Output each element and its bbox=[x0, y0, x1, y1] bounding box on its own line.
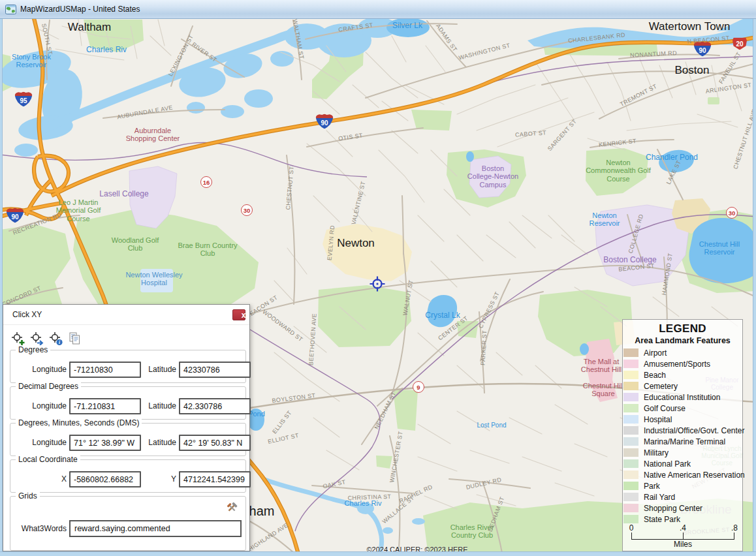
legend-panel: LEGEND Area Landmark Features AirportAmu… bbox=[622, 319, 743, 551]
legend-item: Marina/Marine Terminal bbox=[623, 436, 742, 447]
latitude-label: Latitude bbox=[142, 365, 176, 374]
copy-icon bbox=[67, 331, 82, 346]
x-label: X bbox=[13, 474, 67, 484]
legend-swatch bbox=[623, 504, 638, 512]
add-point-button[interactable] bbox=[10, 330, 26, 346]
legend-item: Golf Course bbox=[623, 403, 742, 414]
scale-tick-label: 0 bbox=[629, 523, 634, 533]
legend-item-label: Rail Yard bbox=[644, 493, 675, 502]
app-window: WalthamWatertown TownBostonNewtonhamBroo… bbox=[0, 0, 756, 556]
legend-subtitle: Area Landmark Features bbox=[623, 336, 742, 345]
legend-swatch bbox=[623, 371, 638, 379]
longitude-label: Longitude bbox=[13, 365, 67, 374]
tools-icon bbox=[225, 501, 238, 514]
legend-item-label: Amusement/Sports bbox=[644, 360, 710, 369]
close-icon: x bbox=[242, 311, 246, 319]
legend-swatch bbox=[623, 459, 638, 468]
longitude-label: Longitude bbox=[13, 401, 67, 410]
legend-item: Educational Institution bbox=[623, 392, 742, 403]
group-label: Grids bbox=[16, 491, 40, 501]
latitude-label: Latitude bbox=[142, 401, 176, 410]
goto-point-button[interactable] bbox=[29, 330, 45, 346]
legend-swatch bbox=[623, 471, 638, 479]
legend-swatch bbox=[623, 382, 638, 390]
degrees-group: Degrees Longitude Latitude bbox=[10, 350, 246, 383]
crosshair-goto-icon bbox=[29, 331, 44, 346]
app-icon bbox=[5, 5, 16, 14]
legend-item: Native American Reservation bbox=[623, 469, 742, 480]
legend-item-label: Hospital bbox=[644, 415, 672, 424]
legend-item: Shopping Center bbox=[623, 502, 742, 514]
crosshair-add-icon bbox=[10, 331, 25, 346]
dms-group: Degrees, Minutes, Seconds (DMS) Longitud… bbox=[10, 423, 246, 456]
latitude-label: Latitude bbox=[142, 438, 176, 447]
window-frame-bottom bbox=[0, 551, 756, 556]
dms-latitude-field[interactable] bbox=[179, 435, 251, 451]
longitude-label: Longitude bbox=[13, 438, 67, 447]
legend-swatch bbox=[623, 360, 638, 368]
legend-swatch bbox=[623, 415, 638, 424]
legend-item: Amusement/Sports bbox=[623, 358, 742, 369]
legend-item-label: State Park bbox=[644, 515, 680, 524]
scale-bar: 0.4.8 Miles bbox=[631, 523, 734, 547]
scale-unit: Miles bbox=[631, 540, 734, 549]
legend-item: Military bbox=[623, 447, 742, 458]
what3words-field[interactable] bbox=[69, 520, 242, 537]
scale-tick-label: .8 bbox=[731, 523, 738, 533]
legend-item: National Park bbox=[623, 458, 742, 469]
y-label: Y bbox=[142, 474, 176, 484]
window-frame-left bbox=[0, 19, 3, 551]
legend-item: Industrial/Office/Govt. Center bbox=[623, 425, 742, 436]
grid-settings-button[interactable] bbox=[225, 501, 239, 515]
group-label: Degrees, Minutes, Seconds (DMS) bbox=[16, 418, 142, 427]
local-x-field[interactable] bbox=[69, 471, 141, 487]
scale-mid-tick bbox=[683, 533, 684, 540]
legend-swatch bbox=[623, 348, 638, 357]
dms-longitude-field[interactable] bbox=[69, 435, 141, 451]
legend-item: Airport bbox=[623, 347, 742, 358]
legend-item-label: Educational Institution bbox=[644, 393, 720, 402]
dialog-toolbar: i bbox=[10, 330, 83, 346]
decimal-latitude-field[interactable] bbox=[179, 398, 251, 414]
group-label: Decimal Degrees bbox=[16, 382, 81, 391]
window-titlebar[interactable]: MapWizardUSMap - United States bbox=[0, 0, 756, 19]
legend-item: Hospital bbox=[623, 414, 742, 425]
group-label: Local Coordinate bbox=[16, 455, 80, 464]
legend-item-label: Military bbox=[644, 448, 669, 457]
legend-item-label: Native American Reservation bbox=[644, 471, 745, 480]
legend-item-label: Cemetery bbox=[644, 382, 678, 391]
legend-swatch bbox=[623, 482, 638, 490]
legend-item: Park bbox=[623, 480, 742, 491]
dialog-titlebar[interactable]: Click XY x bbox=[3, 305, 249, 325]
grids-group: Grids What3Words bbox=[10, 496, 246, 551]
legend-item: Beach bbox=[623, 369, 742, 380]
local-y-field[interactable] bbox=[179, 471, 251, 487]
crosshair-info-icon: i bbox=[48, 331, 63, 346]
scale-tick-label: .4 bbox=[680, 523, 686, 533]
legend-item-label: Beach bbox=[644, 371, 666, 380]
legend-item-label: Marina/Marine Terminal bbox=[644, 437, 725, 446]
window-frame-right bbox=[753, 19, 756, 551]
legend-item-label: Golf Course bbox=[644, 404, 685, 413]
legend-swatch bbox=[623, 515, 638, 523]
group-label: Degrees bbox=[16, 345, 50, 354]
decimal-degrees-group: Decimal Degrees Longitude Latitude bbox=[10, 386, 246, 420]
legend-item-label: Industrial/Office/Govt. Center bbox=[644, 426, 745, 435]
decimal-longitude-field[interactable] bbox=[69, 398, 141, 414]
what3words-label: What3Words bbox=[10, 524, 67, 533]
legend-item: Cemetery bbox=[623, 380, 742, 392]
legend-swatch bbox=[623, 426, 638, 435]
dialog-close-button[interactable]: x bbox=[232, 309, 245, 320]
degrees-latitude-field[interactable] bbox=[179, 362, 251, 378]
degrees-longitude-field[interactable] bbox=[69, 362, 141, 378]
legend-swatch bbox=[623, 437, 638, 446]
legend-swatch bbox=[623, 404, 638, 412]
copy-button[interactable] bbox=[67, 330, 83, 346]
legend-item-label: Park bbox=[644, 482, 660, 491]
point-info-button[interactable]: i bbox=[48, 330, 64, 346]
legend-title: LEGEND bbox=[623, 322, 742, 335]
legend-swatch bbox=[623, 393, 638, 401]
click-xy-dialog: Click XY x i bbox=[3, 304, 250, 551]
dialog-title: Click XY bbox=[12, 310, 42, 319]
legend-items: AirportAmusement/SportsBeachCemeteryEduc… bbox=[623, 347, 742, 525]
